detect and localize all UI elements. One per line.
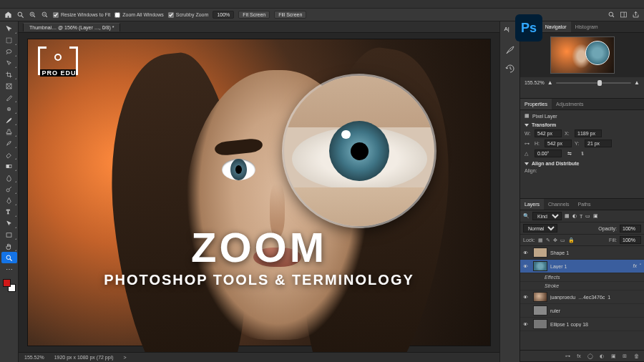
zoom-all-checkbox[interactable]: Zoom All Windows [114,12,164,18]
trash-icon[interactable]: 🗑 [633,353,640,358]
edit-toolbar[interactable]: ⋯ [1,263,17,275]
visibility-icon[interactable]: 👁 [523,264,530,269]
x-field[interactable]: 1189 px [575,129,602,137]
fx-badge[interactable]: fx ˅ [633,263,641,269]
layer-row[interactable]: 👁juanproedu_…4ec3476c_1 [520,290,644,304]
layer-row[interactable]: 👁Ellipse 1 copy 18 [520,318,644,331]
path-select-tool[interactable] [1,217,17,229]
filter-icon[interactable]: 🔍 [523,213,530,219]
blend-mode-select[interactable]: Normal [523,224,557,233]
move-tool[interactable] [1,23,17,34]
search-icon[interactable] [608,11,615,19]
brushes-icon[interactable] [504,44,516,56]
blur-tool[interactable] [1,172,17,183]
canvas[interactable]: PRO EDU ZOOM PHOTOSHOP TOOLS & TERMINOLO… [19,33,499,352]
shape-tool[interactable] [1,229,17,240]
width-field[interactable]: 542 px [535,129,562,137]
lock-artboard-icon[interactable]: ▭ [560,238,565,243]
layer-row[interactable]: Effects [520,273,644,282]
lock-position-icon[interactable]: ✥ [553,238,557,243]
filter-shape-icon[interactable]: ▭ [585,213,590,219]
filter-pixel-icon[interactable]: ▦ [565,213,570,219]
ai-label[interactable]: A| [504,26,516,37]
menu-bar [0,0,644,9]
flip-horizontal-icon[interactable]: ⇋ [565,151,575,157]
link-layers-icon[interactable]: ⊶ [564,353,571,359]
zoom-out-small-icon[interactable]: ▲ [547,79,553,86]
dodge-tool[interactable] [1,183,17,195]
layer-row[interactable]: 👁Layer 1fx ˅ [520,260,644,273]
mask-icon[interactable]: ◯ [587,353,594,359]
visibility-icon[interactable]: 👁 [523,295,530,300]
tab-paths[interactable]: Paths [574,199,595,210]
fill-field[interactable]: 100% [620,236,641,244]
fit-screen-button[interactable]: Fit Screen [238,11,270,19]
navigator-zoom-value[interactable]: 155.52% [525,80,545,85]
angle-field[interactable]: 0.00° [535,150,562,157]
type-tool[interactable]: T [1,206,17,217]
zoom-in-small-icon[interactable]: ▲ [634,79,640,86]
eraser-tool[interactable] [1,149,17,160]
zoom-tool-icon[interactable] [16,11,24,19]
status-zoom[interactable]: 155.52% [24,355,44,360]
zoom-in-icon[interactable] [29,11,36,19]
lock-all-icon[interactable]: 🔒 [568,238,575,243]
filter-smart-icon[interactable]: ▣ [593,213,598,219]
chevron-down-icon[interactable] [525,124,529,127]
new-layer-icon[interactable]: ⊞ [621,353,628,359]
adjustment-icon[interactable]: ◐ [598,353,605,359]
layer-row[interactable]: Stroke [520,282,644,290]
tab-layers[interactable]: Layers [520,199,544,210]
brush-tool[interactable] [1,114,17,126]
eyedropper-tool[interactable] [1,92,17,103]
history-icon[interactable] [504,63,516,74]
history-brush-tool[interactable] [1,137,17,149]
layer-kind-select[interactable]: Kind [532,212,562,220]
height-field[interactable]: 542 px [545,140,572,147]
tab-navigator[interactable]: Navigator [541,21,571,32]
lock-transparency-icon[interactable]: ▦ [538,238,543,243]
scrubby-zoom-checkbox[interactable]: Scrubby Zoom [168,12,209,18]
y-field[interactable]: 21 px [585,140,612,147]
tab-properties[interactable]: Properties [520,99,552,109]
visibility-icon[interactable]: 👁 [523,322,530,327]
filter-adjust-icon[interactable]: ◐ [572,213,577,219]
visibility-icon[interactable]: 👁 [523,250,530,255]
zoom-out-icon[interactable] [41,11,49,19]
healing-tool[interactable] [1,103,17,114]
pen-tool[interactable] [1,195,17,206]
stamp-tool[interactable] [1,126,17,137]
zoom-tool[interactable] [1,252,17,263]
lock-brush-icon[interactable]: ✎ [546,238,550,243]
link-icon[interactable]: ⊶ [525,141,532,147]
layer-row[interactable]: 👁Shape 1 [520,246,644,260]
tab-histogram[interactable]: Histogram [571,21,602,32]
crop-tool[interactable] [1,69,17,80]
selection-tool[interactable] [1,57,17,69]
fill-screen-button[interactable]: Fill Screen [274,11,306,19]
flip-vertical-icon[interactable]: ⥮ [577,151,587,157]
layer-row[interactable]: ruler [520,304,644,318]
color-swatches[interactable] [3,279,16,292]
hand-tool[interactable] [1,240,17,252]
navigator-zoom-slider[interactable] [556,82,632,84]
lasso-tool[interactable] [1,46,17,57]
share-icon[interactable] [632,11,640,19]
document-tab[interactable]: Thumbnai… @ 156% (Layer …, 0/8) * [23,23,120,31]
group-icon[interactable]: ▣ [610,353,617,359]
tab-adjustments[interactable]: Adjustments [552,99,588,109]
foreground-swatch[interactable] [3,279,11,287]
tab-channels[interactable]: Channels [544,199,574,210]
fx-icon[interactable]: fx [575,353,582,358]
layer-thumbnail [533,261,547,271]
home-icon[interactable] [4,11,12,19]
workspace-icon[interactable] [620,11,628,19]
opacity-field[interactable]: 100% [620,225,641,233]
status-chevron-icon[interactable]: > [124,355,127,360]
zoom-percent-field[interactable]: 100% [213,11,234,19]
filter-type-icon[interactable]: T [580,214,582,219]
frame-tool[interactable] [1,80,17,92]
gradient-tool[interactable] [1,160,17,172]
marquee-tool[interactable] [1,34,17,46]
resize-windows-checkbox[interactable]: Resize Windows to Fit [53,12,110,18]
